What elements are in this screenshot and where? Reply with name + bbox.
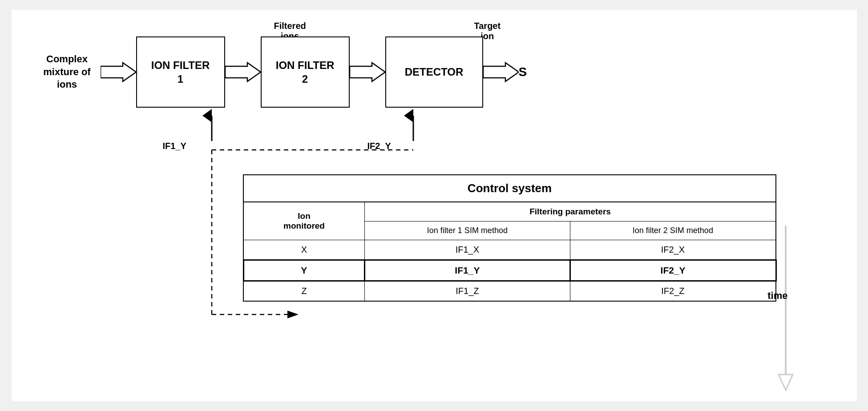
table-title-row: Control system [243, 175, 776, 202]
filter2-to-detector-arrow [350, 61, 385, 83]
svg-marker-13 [483, 63, 519, 81]
svg-marker-12 [350, 63, 385, 81]
table-subheader-row1: Ion monitored Filtering parameters [243, 202, 776, 222]
if2-y-label: IF2_Y [367, 141, 391, 151]
col-filtering-header: Filtering parameters [529, 207, 611, 216]
svg-marker-10 [101, 63, 136, 81]
filter1-to-filter2-arrow [225, 61, 261, 83]
table-row-highlighted: Y IF1_Y IF2_Y [243, 260, 776, 281]
ion-filter-1-box: ION FILTER 1 [136, 36, 225, 108]
main-container: Filtered ions Target ion Complex mixture… [12, 10, 857, 401]
control-system-container: Control system Ion monitored Filtering p… [243, 174, 777, 302]
table-row: X IF1_X IF2_X [243, 240, 776, 260]
col-if1-header: Ion filter 1 SIM method [427, 226, 508, 235]
time-label: time [767, 290, 787, 302]
input-label: Complex mixture of ions [38, 53, 96, 91]
svg-marker-9 [779, 375, 793, 390]
flow-diagram: Complex mixture of ions ION FILTER 1 ION… [38, 36, 527, 108]
table-title: Control system [468, 181, 552, 195]
svg-marker-11 [225, 63, 261, 81]
col-ion-header: Ion monitored [283, 211, 325, 230]
ion-filter-2-box: ION FILTER 2 [261, 36, 350, 108]
output-label: S [519, 65, 527, 79]
output-arrow [483, 61, 519, 83]
col-if2-header: Ion filter 2 SIM method [633, 226, 713, 235]
table-row: Z IF1_Z IF2_Z [243, 281, 776, 302]
detector-box: DETECTOR [385, 36, 483, 108]
if1-y-label: IF1_Y [163, 141, 186, 151]
input-arrow [101, 61, 136, 83]
control-system-table: Control system Ion monitored Filtering p… [243, 174, 777, 302]
